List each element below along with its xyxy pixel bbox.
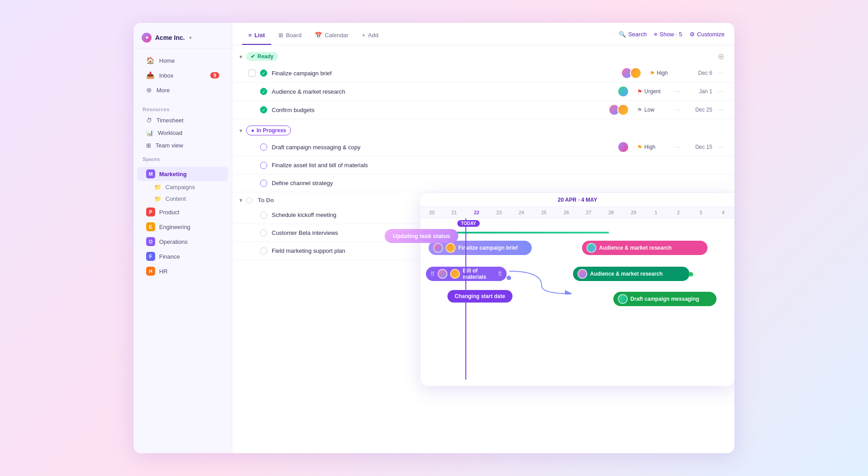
- resource-label: Workload: [158, 130, 182, 136]
- spaces-list: M Marketing 📁 Campaigns 📁 Content P Prod…: [134, 164, 232, 281]
- priority-badge: ⚑ Urgent: [637, 88, 668, 95]
- sidebar-header: ✦ Acme Inc. ▾: [134, 23, 232, 48]
- chevron-inprogress[interactable]: ▾: [239, 127, 243, 134]
- sidebar-item-timesheet[interactable]: ⏱ Timesheet: [137, 114, 228, 126]
- sidebar-item-label: More: [156, 87, 170, 94]
- task-assignees: [617, 141, 629, 153]
- gantt-dates-row: 20 21 22 23 24 25 26 27 28 29 1 2 3 4: [421, 207, 734, 218]
- add-task-ready[interactable]: ⊕: [718, 52, 725, 61]
- space-dot-o: O: [146, 237, 155, 246]
- priority-label: Urgent: [644, 88, 660, 95]
- task-more-button[interactable]: ···: [717, 106, 725, 114]
- spaces-label: Spaces: [134, 152, 232, 164]
- sidebar-item-inbox[interactable]: 📥 Inbox 9: [137, 68, 228, 82]
- task-more-button[interactable]: ···: [717, 143, 725, 151]
- sidebar-item-hr[interactable]: H HR: [137, 264, 228, 278]
- sidebar-item-campaigns[interactable]: 📁 Campaigns: [137, 182, 228, 193]
- tab-label: Calendar: [325, 32, 348, 39]
- task-assignees: [608, 104, 629, 116]
- sidebar-item-more[interactable]: ⊕ More: [137, 83, 228, 97]
- inbox-icon: 📥: [146, 71, 155, 79]
- task-status-todo[interactable]: [260, 247, 267, 255]
- flag-low-icon: ⚑: [637, 107, 642, 113]
- gantt-connector-dot: [507, 276, 511, 280]
- gantt-date-range: 20 APR - 4 MAY: [421, 193, 734, 207]
- sidebar-item-workload[interactable]: 📊 Workload: [137, 127, 228, 139]
- task-more-button[interactable]: ···: [717, 69, 725, 77]
- avatar: [617, 104, 629, 116]
- priority-label: Low: [644, 107, 654, 113]
- gantt-tooltip-changing-start: Changing start date: [447, 290, 512, 303]
- chevron-ready[interactable]: ▾: [239, 53, 243, 60]
- show-button[interactable]: ≡ Show · 5: [654, 31, 682, 38]
- task-status-inprogress[interactable]: [260, 143, 267, 151]
- task-status-inprogress[interactable]: [260, 180, 267, 187]
- sidebar-nav: 🏠 Home 📥 Inbox 9 ⊕ More: [134, 48, 232, 102]
- gantt-date: 3: [690, 210, 712, 215]
- row-checkbox[interactable]: [248, 69, 256, 77]
- task-status-done[interactable]: [260, 88, 267, 95]
- tab-add[interactable]: + Add: [356, 28, 385, 45]
- task-more-button[interactable]: ···: [717, 87, 725, 95]
- tab-board[interactable]: ⊞ Board: [272, 28, 308, 45]
- task-name: Finalize asset list and bill of material…: [272, 162, 725, 169]
- app-title: Acme Inc.: [155, 34, 185, 41]
- show-icon: ≡: [654, 31, 657, 38]
- gantt-date: 20: [421, 210, 443, 215]
- avatar: [586, 243, 596, 253]
- task-status-done[interactable]: [260, 69, 267, 77]
- sidebar: ✦ Acme Inc. ▾ 🏠 Home 📥 Inbox 9 ⊕ More Re…: [134, 23, 232, 453]
- resources-list: ⏱ Timesheet 📊 Workload ⊞ Team view: [134, 114, 232, 152]
- sidebar-item-finance[interactable]: F Finance: [137, 249, 228, 264]
- sub-item-label: Content: [165, 195, 186, 202]
- sidebar-item-operations[interactable]: O Operations: [137, 234, 228, 249]
- tab-calendar[interactable]: 📅 Calendar: [308, 28, 355, 45]
- resource-label: Team view: [156, 142, 183, 149]
- tab-bar: ≡ List ⊞ Board 📅 Calendar + Add: [242, 28, 619, 45]
- sidebar-item-home[interactable]: 🏠 Home: [137, 53, 228, 68]
- task-name: Audience & market research: [272, 88, 613, 95]
- gantt-bar-label: Finalize campaign brief: [458, 245, 518, 251]
- todo-label: To Do: [258, 197, 274, 203]
- tab-list[interactable]: ≡ List: [242, 28, 271, 45]
- inbox-badge: 9: [210, 72, 219, 78]
- gantt-date: 1: [645, 210, 667, 215]
- search-button[interactable]: 🔍 Search: [619, 31, 647, 38]
- task-more-button[interactable]: ···: [673, 106, 681, 114]
- gantt-bar-audience1[interactable]: Audience & market research: [582, 241, 707, 255]
- gantt-bar-audience2[interactable]: Audience & market research: [573, 267, 690, 281]
- priority-label: High: [657, 70, 668, 76]
- sidebar-item-marketing[interactable]: M Marketing: [137, 167, 228, 181]
- gear-icon: ⚙: [690, 31, 695, 38]
- gantt-connector-dot: [689, 272, 693, 277]
- avatar: [618, 294, 628, 304]
- folder-icon: 📁: [154, 195, 161, 202]
- gantt-date: 24: [510, 210, 533, 215]
- status-badge-ready: ✔ Ready: [246, 52, 278, 61]
- sidebar-item-product[interactable]: P Product: [137, 205, 228, 219]
- avatar: [438, 269, 447, 279]
- task-more-button[interactable]: ···: [673, 143, 681, 151]
- priority-badge: ⚑ High: [637, 144, 668, 151]
- gantt-bar-billofmaterials[interactable]: ⠿ Bill of materials ⠿: [426, 267, 507, 281]
- task-status-done[interactable]: [260, 106, 267, 113]
- chevron-todo[interactable]: ▾: [239, 197, 243, 203]
- ready-label: Ready: [257, 53, 273, 60]
- gantt-bar-draft[interactable]: Draft campaign messaging: [613, 292, 716, 306]
- sidebar-item-teamview[interactable]: ⊞ Team view: [137, 139, 228, 151]
- resource-label: Timesheet: [156, 117, 183, 124]
- task-status-todo[interactable]: [260, 229, 267, 237]
- resources-label: Resources: [134, 102, 232, 114]
- task-status-inprogress[interactable]: [260, 162, 267, 169]
- task-status-todo[interactable]: [260, 212, 267, 219]
- sidebar-item-label: Inbox: [159, 72, 174, 79]
- sidebar-item-content[interactable]: 📁 Content: [137, 193, 228, 204]
- gantt-date: 26: [555, 210, 577, 215]
- gantt-body: TODAY Finalize campaign brief Audience &…: [421, 218, 734, 380]
- due-date: Dec 6: [686, 70, 712, 76]
- space-dot-p: P: [146, 208, 155, 216]
- gantt-arrow: [506, 268, 577, 294]
- sidebar-item-engineering[interactable]: E Engineering: [137, 220, 228, 234]
- task-more-button[interactable]: ···: [673, 87, 681, 95]
- customize-button[interactable]: ⚙ Customize: [690, 31, 725, 38]
